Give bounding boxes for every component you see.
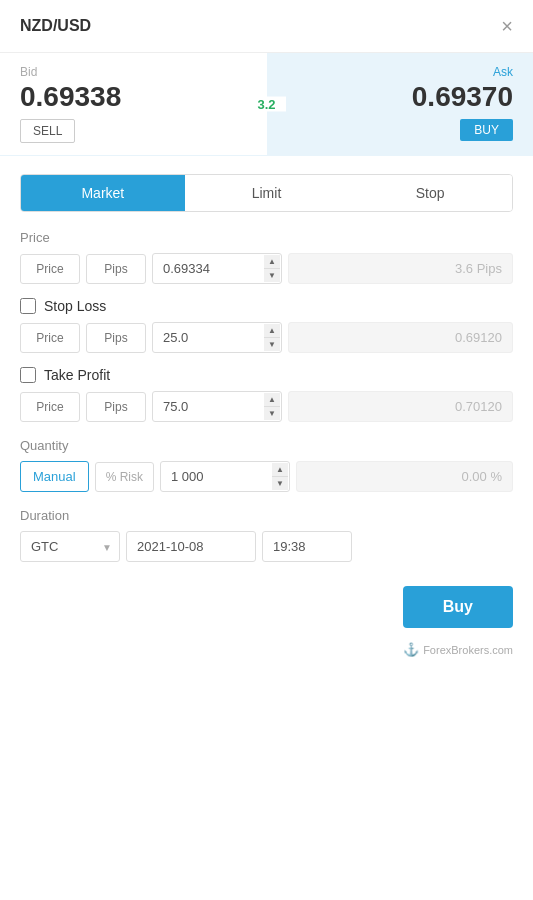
quantity-spinner-btns: ▲ ▼ — [272, 463, 288, 490]
quantity-input[interactable] — [160, 461, 290, 492]
sell-button[interactable]: SELL — [20, 119, 75, 143]
stop-loss-section: Stop Loss ▲ ▼ 0.69120 — [20, 298, 513, 353]
price-spinner-btns: ▲ ▼ — [264, 255, 280, 282]
tp-right-value: 0.70120 — [288, 391, 513, 422]
tp-down-btn[interactable]: ▼ — [264, 407, 280, 420]
sl-pips-input[interactable] — [86, 323, 146, 353]
take-profit-label: Take Profit — [44, 367, 110, 383]
sl-value-wrap: ▲ ▼ — [152, 322, 282, 353]
bid-label: Bid — [20, 65, 247, 79]
sl-spinner-btns: ▲ ▼ — [264, 324, 280, 351]
buy-small-button[interactable]: BUY — [460, 119, 513, 141]
order-type-tabs: Market Limit Stop — [20, 174, 513, 212]
bid-price: 0.69338 — [20, 81, 247, 113]
bid-ask-panel: Bid 0.69338 SELL 3.2 Ask 0.69370 BUY — [0, 53, 533, 156]
risk-button[interactable]: % Risk — [95, 462, 154, 492]
quantity-section: Quantity Manual % Risk ▲ ▼ 0.00 % — [20, 438, 513, 492]
take-profit-checkbox-row: Take Profit — [20, 367, 513, 383]
close-button[interactable]: × — [501, 16, 513, 36]
ask-section: Ask 0.69370 BUY — [267, 53, 534, 155]
watermark-text: ForexBrokers.com — [423, 644, 513, 656]
duration-input-row: GTC ▼ — [20, 531, 513, 562]
price-up-btn[interactable]: ▲ — [264, 255, 280, 269]
sl-up-btn[interactable]: ▲ — [264, 324, 280, 338]
duration-type-select[interactable]: GTC — [20, 531, 120, 562]
stop-loss-label: Stop Loss — [44, 298, 106, 314]
price-pips-input[interactable] — [86, 254, 146, 284]
tp-value-wrap: ▲ ▼ — [152, 391, 282, 422]
manual-button[interactable]: Manual — [20, 461, 89, 492]
take-profit-section: Take Profit ▲ ▼ 0.70120 — [20, 367, 513, 422]
stop-loss-checkbox[interactable] — [20, 298, 36, 314]
tp-up-btn[interactable]: ▲ — [264, 393, 280, 407]
quantity-value-wrap: ▲ ▼ — [160, 461, 290, 492]
tp-value-input[interactable] — [152, 391, 282, 422]
duration-label: Duration — [20, 508, 513, 523]
duration-section: Duration GTC ▼ — [20, 508, 513, 562]
price-right-value: 3.6 Pips — [288, 253, 513, 284]
quantity-down-btn[interactable]: ▼ — [272, 477, 288, 490]
take-profit-checkbox[interactable] — [20, 367, 36, 383]
tp-spinner-btns: ▲ ▼ — [264, 393, 280, 420]
quantity-input-row: Manual % Risk ▲ ▼ 0.00 % — [20, 461, 513, 492]
page-title: NZD/USD — [20, 17, 91, 35]
price-down-btn[interactable]: ▼ — [264, 269, 280, 282]
quantity-up-btn[interactable]: ▲ — [272, 463, 288, 477]
price-value-wrap: ▲ ▼ — [152, 253, 282, 284]
tab-limit[interactable]: Limit — [185, 175, 349, 211]
tp-pips-input[interactable] — [86, 392, 146, 422]
ask-price: 0.69370 — [287, 81, 514, 113]
stop-loss-checkbox-row: Stop Loss — [20, 298, 513, 314]
tab-market[interactable]: Market — [21, 175, 185, 211]
spread-value: 3.2 — [257, 97, 275, 112]
ask-label: Ask — [287, 65, 514, 79]
sl-right-value: 0.69120 — [288, 322, 513, 353]
quantity-label: Quantity — [20, 438, 513, 453]
tab-stop[interactable]: Stop — [348, 175, 512, 211]
duration-date-input[interactable] — [126, 531, 256, 562]
price-value-input[interactable] — [152, 253, 282, 284]
header: NZD/USD × — [0, 0, 533, 53]
price-section-label: Price — [20, 230, 513, 245]
sl-down-btn[interactable]: ▼ — [264, 338, 280, 351]
price-section: Price ▲ ▼ 3.6 Pips — [20, 230, 513, 284]
footer: Buy — [0, 566, 533, 638]
stop-loss-input-row: ▲ ▼ 0.69120 — [20, 322, 513, 353]
tp-price-input[interactable] — [20, 392, 80, 422]
spread-container: 3.2 — [247, 97, 285, 112]
duration-type-wrap: GTC ▼ — [20, 531, 120, 562]
sl-value-input[interactable] — [152, 322, 282, 353]
buy-main-button[interactable]: Buy — [403, 586, 513, 628]
take-profit-input-row: ▲ ▼ 0.70120 — [20, 391, 513, 422]
price-input-row: ▲ ▼ 3.6 Pips — [20, 253, 513, 284]
watermark-icon: ⚓ — [403, 642, 419, 657]
main-content: Market Limit Stop Price ▲ ▼ 3.6 Pips Sto… — [0, 174, 533, 562]
price-type-input[interactable] — [20, 254, 80, 284]
watermark: ⚓ ForexBrokers.com — [0, 638, 533, 667]
bid-section: Bid 0.69338 SELL — [0, 53, 267, 155]
duration-time-input[interactable] — [262, 531, 352, 562]
quantity-right-value: 0.00 % — [296, 461, 513, 492]
sl-price-input[interactable] — [20, 323, 80, 353]
